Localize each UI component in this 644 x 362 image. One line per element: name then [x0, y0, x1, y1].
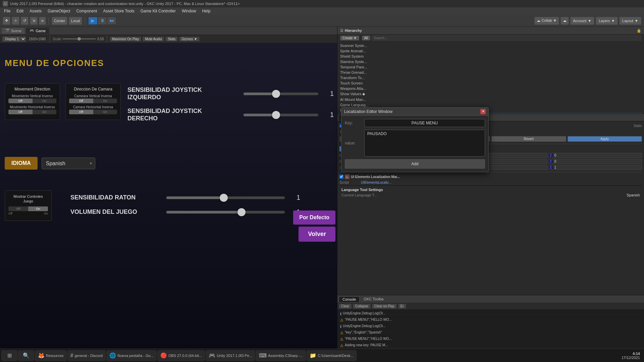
cloud-icon-btn[interactable]: ☁ [560, 17, 569, 25]
loc-add-btn[interactable]: Add [345, 159, 485, 169]
hierarchy-lock-icon[interactable]: 🔒 [637, 28, 641, 33]
slider-mouse-track[interactable] [166, 196, 285, 199]
camera-horizontal-on[interactable]: On [93, 110, 117, 114]
menu-file[interactable]: File [1, 8, 13, 14]
console-errorpause-btn[interactable]: Er [398, 304, 406, 309]
menu-help[interactable]: Help [200, 8, 213, 14]
taskbar-browser[interactable]: 🌐 Nueva pestaña - Go... [106, 350, 157, 361]
slider-left-track[interactable] [244, 93, 318, 95]
hier-item-weapons[interactable]: Weapons Atta... [339, 86, 643, 91]
volver-button[interactable]: Volver [299, 227, 335, 242]
layers-dropdown[interactable]: Layers ▼ [596, 17, 618, 25]
hierarchy-create-btn[interactable]: Create ▼ [340, 36, 359, 41]
console-tab-console[interactable]: Console [339, 296, 360, 302]
resolution-text: 644×362 [29, 37, 46, 41]
layout-dropdown[interactable]: Layout ▼ [619, 17, 641, 25]
vs-label: Assembly-CSharp -... [268, 354, 303, 358]
menu-edit[interactable]: Edit [14, 8, 26, 14]
center-toggle[interactable]: Center [52, 17, 67, 25]
slider-right-track[interactable] [244, 114, 318, 116]
taskbar-start[interactable]: ⊞ [1, 350, 17, 361]
menu-gameobject[interactable]: GameObject [45, 8, 73, 14]
hier-item-transform[interactable]: Transform To... [339, 75, 643, 80]
camera-horizontal-toggle[interactable]: Off On [69, 110, 117, 114]
menu-assetstore[interactable]: Asset Store Tools [100, 8, 137, 14]
scene-tab[interactable]: 🎬 Scene [1, 27, 25, 34]
console-tab-gkc[interactable]: GKC Toolba [360, 296, 387, 302]
play-button[interactable]: ▶ [88, 17, 98, 25]
console-clearonplay-btn[interactable]: Clear on Play [372, 304, 397, 309]
default-button[interactable]: Por Defecto [293, 210, 335, 225]
scale-thumb[interactable] [77, 37, 81, 41]
hier-item-sprite[interactable]: Sprite Animati... [339, 48, 643, 54]
collab-button[interactable]: ☁ Collab ▼ [534, 17, 559, 25]
movement-horizontal-on[interactable]: On [33, 110, 57, 114]
loc-value-input[interactable]: PAUSADO [364, 130, 485, 157]
bottom-ctrl-toggle[interactable]: Off On [8, 206, 48, 211]
console-text-1: "PAUSE MENU","HELLO WO... [345, 318, 392, 321]
movement-horizontal-toggle[interactable]: Off On [8, 110, 56, 114]
local-toggle[interactable]: Local [69, 17, 82, 25]
slider-left-container [244, 90, 318, 97]
taskbar-search[interactable]: 🔍 [18, 350, 34, 361]
display-select[interactable]: Display 1 [2, 36, 26, 42]
camera-vertical-off[interactable]: Off [69, 99, 93, 103]
menu-component[interactable]: Component [73, 8, 100, 14]
movement-vertical-on[interactable]: On [33, 99, 57, 103]
hier-item-throw[interactable]: Throw Grenad... [339, 70, 643, 75]
hier-item-shield[interactable]: Shield System [339, 54, 643, 59]
hier-item-scanner[interactable]: Scanner Syste... [339, 43, 643, 48]
transform-move[interactable]: ⊹ [12, 17, 19, 25]
console-collapse-btn[interactable]: Collapse [353, 304, 371, 309]
mute-btn[interactable]: Mute Audio [143, 37, 164, 42]
slider-left-thumb[interactable] [272, 90, 280, 98]
bottom-ctrl-on[interactable]: On [28, 206, 48, 211]
transform-scale[interactable]: ⇲ [30, 17, 38, 25]
slider-volume-track[interactable] [166, 211, 285, 214]
menu-gamekitcontroller[interactable]: Game Kit Controller [138, 8, 178, 14]
movement-vertical-toggle[interactable]: Off On [8, 99, 56, 103]
hierarchy-all-btn[interactable]: All [362, 36, 370, 41]
transform-hand[interactable]: ✥ [3, 17, 10, 25]
stats-btn[interactable]: Stats [165, 37, 178, 42]
console-clear-btn[interactable]: Clear [339, 304, 352, 309]
camera-vertical-on[interactable]: On [93, 99, 117, 103]
transform-rect[interactable]: ⧈ [39, 17, 46, 25]
hier-item-stamina[interactable]: Stamina Syste... [339, 59, 643, 64]
hier-item-touchscreen[interactable]: Touch Screen [339, 80, 643, 86]
taskbar-explorer[interactable]: 📁 C:\Users\santi\Desk... [307, 350, 356, 361]
gizmos-btn[interactable]: Gizmos ▼ [179, 37, 200, 42]
maximize-btn[interactable]: Maximize On Play [110, 37, 142, 42]
game-tab[interactable]: 🎮 Game [26, 27, 49, 34]
slider-volume-thumb[interactable] [237, 208, 246, 216]
camera-vertical-toggle[interactable]: Off On [69, 99, 117, 103]
taskbar-unity[interactable]: 🎮 Unity 2017.1.0f3 Pe... [206, 350, 255, 361]
taskbar-obs[interactable]: 🔴 OBS 27.0.0 (64-bit... [157, 350, 205, 361]
camera-horizontal-off[interactable]: Off [69, 110, 93, 114]
hier-item-showvalues[interactable]: Show Values ◆ [339, 91, 643, 97]
taskbar-resources[interactable]: 🦊 Resources [35, 350, 67, 361]
taskbar-discord[interactable]: # general - Discord [67, 350, 106, 361]
language-select[interactable]: Spanish English [42, 158, 95, 169]
loc-key-input[interactable] [364, 119, 485, 127]
bottom-ctrl-off[interactable]: Off [8, 206, 28, 211]
menu-window[interactable]: Window [179, 8, 199, 14]
hier-item-aimount[interactable]: AI Mount Man... [339, 97, 643, 102]
apply-btn[interactable]: Apply [568, 136, 642, 142]
step-button[interactable]: ⏭ [107, 17, 116, 25]
slider-right-thumb[interactable] [272, 111, 280, 119]
menu-assets[interactable]: Assets [27, 8, 44, 14]
loc-close-btn[interactable]: ✕ [480, 109, 486, 114]
revert-btn[interactable]: Revert [491, 136, 566, 142]
movement-horizontal-off[interactable]: Off [8, 110, 33, 114]
hier-item-temporal[interactable]: Temporal Pare... [339, 64, 643, 70]
account-dropdown[interactable]: Account ▼ [570, 17, 595, 25]
hier-item-gamelang[interactable]: Game Languag... [339, 102, 643, 108]
movement-vertical-off[interactable]: Off [8, 99, 33, 103]
transform-rotate[interactable]: ↺ [21, 17, 29, 25]
hierarchy-search-input[interactable] [372, 36, 641, 41]
component2-checkbox[interactable] [339, 175, 343, 179]
slider-mouse-thumb[interactable] [220, 194, 228, 202]
taskbar-vs[interactable]: ⌨ Assembly-CSharp -... [256, 350, 306, 361]
pause-button[interactable]: ⏸ [98, 17, 107, 25]
